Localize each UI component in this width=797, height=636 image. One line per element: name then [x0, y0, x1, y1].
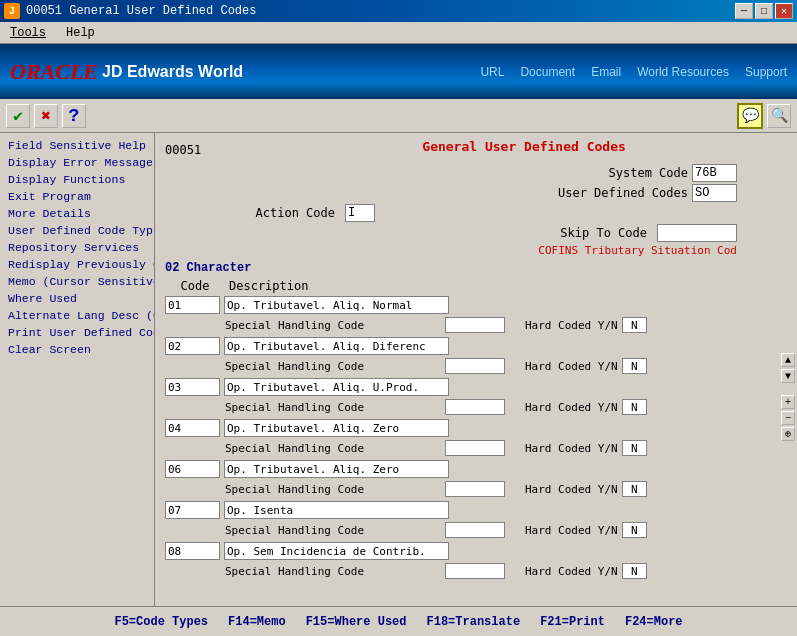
nav-document[interactable]: Document [520, 65, 575, 79]
help-button[interactable]: ? [62, 104, 86, 128]
app-icon: J [4, 3, 20, 19]
row-desc-1[interactable] [224, 337, 449, 355]
row-desc-5[interactable] [224, 501, 449, 519]
toolbar: ✔ ✖ ? 💬 🔍 [0, 99, 797, 133]
action-code-input[interactable] [345, 204, 375, 222]
hard-coded-input-6[interactable] [622, 563, 647, 579]
maximize-button[interactable]: □ [755, 3, 773, 19]
special-handling-input-6[interactable] [445, 563, 505, 579]
row-desc-2[interactable] [224, 378, 449, 396]
oracle-logo: ORACLE JD Edwards World [10, 59, 243, 85]
table-row [165, 336, 787, 356]
confirm-button[interactable]: ✔ [6, 104, 30, 128]
table-row [165, 295, 787, 315]
close-button[interactable]: ✕ [775, 3, 793, 19]
hard-coded-label-5: Hard Coded Y/N [525, 524, 618, 537]
sidebar-item-alt-lang[interactable]: Alternate Lang Desc (C [0, 307, 154, 324]
cofins-text: COFINS Tributary Situation Cod [538, 244, 737, 257]
table-row [165, 541, 787, 561]
row-desc-6[interactable] [224, 542, 449, 560]
sidebar-item-display-functions[interactable]: Display Functions [0, 171, 154, 188]
entry-block-2: Special Handling CodeHard Coded Y/N [165, 377, 787, 416]
table-row [165, 418, 787, 438]
minimize-button[interactable]: ─ [735, 3, 753, 19]
sidebar-item-memo[interactable]: Memo (Cursor Sensitive [0, 273, 154, 290]
f14-label[interactable]: F14=Memo [228, 615, 286, 629]
row-code-2[interactable] [165, 378, 220, 396]
scroll-zoom-out[interactable]: − [781, 411, 795, 425]
hard-coded-input-3[interactable] [622, 440, 647, 456]
chat-button[interactable]: 💬 [737, 103, 763, 129]
hard-coded-input-4[interactable] [622, 481, 647, 497]
f5-label[interactable]: F5=Code Types [114, 615, 208, 629]
col-desc-header: Description [229, 279, 459, 293]
scroll-up-button[interactable]: ▲ [781, 353, 795, 367]
menu-help[interactable]: Help [60, 24, 101, 42]
special-handling-label-3: Special Handling Code [165, 442, 445, 455]
special-handling-input-2[interactable] [445, 399, 505, 415]
nav-url[interactable]: URL [480, 65, 504, 79]
entry-block-1: Special Handling CodeHard Coded Y/N [165, 336, 787, 375]
special-handling-label-4: Special Handling Code [165, 483, 445, 496]
special-row-0: Special Handling CodeHard Coded Y/N [165, 316, 787, 334]
row-desc-0[interactable] [224, 296, 449, 314]
sidebar-item-where-used[interactable]: Where Used [0, 290, 154, 307]
row-code-3[interactable] [165, 419, 220, 437]
oracle-text: ORACLE [10, 59, 98, 85]
system-code-input[interactable] [692, 164, 737, 182]
action-code-label: Action Code [165, 206, 345, 220]
skip-to-code-input[interactable] [657, 224, 737, 242]
sidebar-item-print[interactable]: Print User Defined Code [0, 324, 154, 341]
row-code-4[interactable] [165, 460, 220, 478]
special-handling-input-0[interactable] [445, 317, 505, 333]
search-button[interactable]: 🔍 [767, 104, 791, 128]
nav-support[interactable]: Support [745, 65, 787, 79]
special-handling-label-1: Special Handling Code [165, 360, 445, 373]
hard-coded-input-5[interactable] [622, 522, 647, 538]
table-row [165, 500, 787, 520]
scroll-down-button[interactable]: ▼ [781, 369, 795, 383]
special-handling-input-1[interactable] [445, 358, 505, 374]
f15-label[interactable]: F15=Where Used [306, 615, 407, 629]
row-desc-3[interactable] [224, 419, 449, 437]
sidebar-item-display-error-message[interactable]: Display Error Message [0, 154, 154, 171]
hard-coded-input-2[interactable] [622, 399, 647, 415]
f21-label[interactable]: F21=Print [540, 615, 605, 629]
special-row-3: Special Handling CodeHard Coded Y/N [165, 439, 787, 457]
special-handling-input-4[interactable] [445, 481, 505, 497]
special-handling-label-0: Special Handling Code [165, 319, 445, 332]
row-code-0[interactable] [165, 296, 220, 314]
hard-coded-input-1[interactable] [622, 358, 647, 374]
hard-coded-input-0[interactable] [622, 317, 647, 333]
special-handling-label-6: Special Handling Code [165, 565, 445, 578]
nav-email[interactable]: Email [591, 65, 621, 79]
hard-coded-label-1: Hard Coded Y/N [525, 360, 618, 373]
sidebar-item-clear-screen[interactable]: Clear Screen [0, 341, 154, 358]
sidebar-item-more-details[interactable]: More Details [0, 205, 154, 222]
hard-coded-label-4: Hard Coded Y/N [525, 483, 618, 496]
f24-label[interactable]: F24=More [625, 615, 683, 629]
jde-text: JD Edwards World [102, 63, 243, 81]
sidebar-item-repository-services[interactable]: Repository Services [0, 239, 154, 256]
special-handling-input-3[interactable] [445, 440, 505, 456]
user-defined-codes-input[interactable] [692, 184, 737, 202]
special-handling-input-5[interactable] [445, 522, 505, 538]
data-rows: Special Handling CodeHard Coded Y/NSpeci… [165, 295, 787, 580]
section-title: 02 Character [165, 261, 251, 275]
row-desc-4[interactable] [224, 460, 449, 478]
main-layout: Field Sensitive Help Display Error Messa… [0, 133, 797, 606]
cancel-button[interactable]: ✖ [34, 104, 58, 128]
sidebar-item-user-defined-code-typ[interactable]: User Defined Code Typ [0, 222, 154, 239]
row-code-5[interactable] [165, 501, 220, 519]
sidebar-item-redisplay[interactable]: Redisplay Previously C [0, 256, 154, 273]
row-code-6[interactable] [165, 542, 220, 560]
menu-tools[interactable]: Tools [4, 24, 52, 42]
entry-block-5: Special Handling CodeHard Coded Y/N [165, 500, 787, 539]
sidebar-item-exit-program[interactable]: Exit Program [0, 188, 154, 205]
scroll-zoom-fit[interactable]: ⊕ [781, 427, 795, 441]
sidebar-item-field-sensitive-help[interactable]: Field Sensitive Help [0, 137, 154, 154]
f18-label[interactable]: F18=Translate [427, 615, 521, 629]
nav-world-resources[interactable]: World Resources [637, 65, 729, 79]
scroll-zoom-in[interactable]: + [781, 395, 795, 409]
row-code-1[interactable] [165, 337, 220, 355]
